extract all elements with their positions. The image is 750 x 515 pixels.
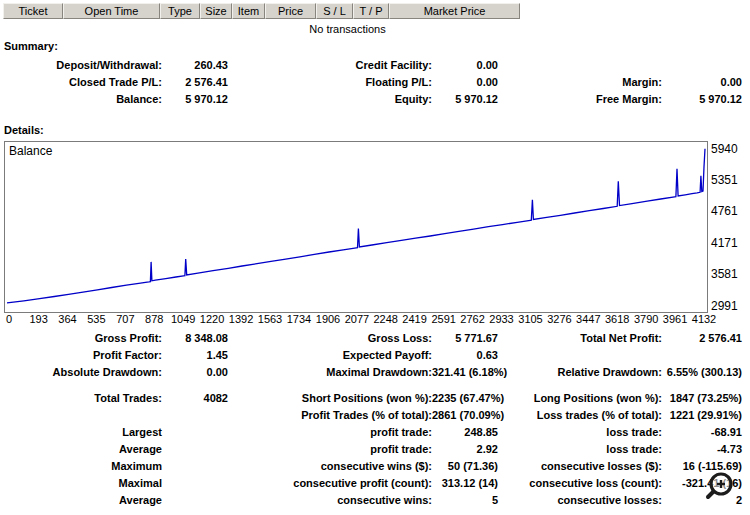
stats-value: -4.73 — [662, 441, 742, 458]
stats-value: 313.12 (14) — [432, 475, 498, 492]
summary-value: 260.43 — [162, 57, 228, 74]
summary-label — [498, 57, 662, 74]
summary-label: Margin: — [498, 74, 662, 91]
column-header-item: Item — [232, 3, 265, 19]
summary-section: Deposit/Withdrawal:260.43Credit Facility… — [0, 57, 742, 108]
chart-series-label: Balance — [9, 144, 52, 158]
x-tick-label: 1563 — [258, 313, 282, 325]
stats-value — [662, 347, 742, 364]
x-tick-label: 2762 — [460, 313, 484, 325]
stats-label: consecutive losses ($): — [498, 458, 662, 475]
stats-label: loss trade: — [498, 441, 662, 458]
stats-label: Maximal Drawdown: — [228, 364, 432, 381]
stats-value — [162, 441, 228, 458]
stats-value: 2.92 — [432, 441, 498, 458]
stats-value — [162, 492, 228, 509]
stats-row: Gross Profit:8 348.08Gross Loss:5 771.67… — [0, 330, 742, 347]
strategy-report-page: TicketOpen TimeTypeSizeItemPriceS / LT /… — [0, 0, 750, 515]
zoom-icon[interactable] — [703, 470, 737, 504]
stats-label: Loss trades (% of total): — [498, 407, 662, 424]
stats-label: Profit Factor: — [0, 347, 162, 364]
stats-label: loss trade: — [498, 424, 662, 441]
stats-value: 1847 (73.25%) — [662, 390, 742, 407]
summary-label: Deposit/Withdrawal: — [0, 57, 162, 74]
column-header-size: Size — [200, 3, 232, 19]
y-tick-label: 5351 — [711, 174, 738, 186]
x-tick-label: 3961 — [663, 313, 687, 325]
stats-value: 0.00 — [162, 364, 228, 381]
stats-row: Total Trades:4082Short Positions (won %)… — [0, 390, 742, 407]
stats-value: 0.63 — [432, 347, 498, 364]
stats-value: 6.55% (300.13) — [662, 364, 742, 381]
stats-row: Absolute Drawdown:0.00Maximal Drawdown:3… — [0, 364, 742, 381]
stats-label: Gross Profit: — [0, 330, 162, 347]
x-tick-label: 878 — [145, 313, 163, 325]
stats-value: 8 348.08 — [162, 330, 228, 347]
summary-value — [662, 57, 742, 74]
x-tick-label: 4132 — [692, 313, 716, 325]
stats-label: Short Positions (won %): — [228, 390, 432, 407]
column-header-open-time: Open Time — [63, 3, 160, 19]
summary-label: Free Margin: — [498, 91, 662, 108]
column-header-market-price: Market Price — [389, 3, 520, 19]
stats-label: Long Positions (won %): — [498, 390, 662, 407]
stats-label: Maximum — [0, 458, 162, 475]
stats-value: 248.85 — [432, 424, 498, 441]
summary-value: 2 576.41 — [162, 74, 228, 91]
summary-label: Closed Trade P/L: — [0, 74, 162, 91]
stats-value: 1.45 — [162, 347, 228, 364]
column-header-type: Type — [160, 3, 200, 19]
y-tick-label: 2991 — [711, 300, 738, 312]
no-transactions-text: No transactions — [0, 23, 695, 35]
stats-label: Average — [0, 441, 162, 458]
chart-y-axis: 594053514761417135812991 — [711, 141, 749, 313]
x-tick-label: 3618 — [605, 313, 629, 325]
stats-label: consecutive wins: — [228, 492, 432, 509]
stats-label: Absolute Drawdown: — [0, 364, 162, 381]
stats-value: 5 771.67 — [432, 330, 498, 347]
stats-row: Largestprofit trade:248.85loss trade:-68… — [0, 424, 742, 441]
stats-value: 2235 (67.47%) — [432, 390, 498, 407]
balance-chart: Balance — [4, 141, 708, 313]
stats-value: 2861 (70.09%) — [432, 407, 498, 424]
chart-x-axis: 0193364535707878104912201392156317341906… — [4, 313, 706, 327]
column-header-ticket: Ticket — [3, 3, 63, 19]
x-tick-label: 3790 — [634, 313, 658, 325]
stats-value: 1221 (29.91%) — [662, 407, 742, 424]
stats-label: consecutive wins ($): — [228, 458, 432, 475]
stats-row: Profit Trades (% of total):2861 (70.09%)… — [0, 407, 742, 424]
x-tick-label: 3447 — [576, 313, 600, 325]
stats-label: Maximal — [0, 475, 162, 492]
stats-value: -68.91 — [662, 424, 742, 441]
summary-label: Credit Facility: — [228, 57, 432, 74]
summary-heading: Summary: — [4, 40, 58, 52]
summary-label: Balance: — [0, 91, 162, 108]
stats-row: Maximumconsecutive wins ($):50 (71.36)co… — [0, 458, 742, 475]
transactions-table-header: TicketOpen TimeTypeSizeItemPriceS / LT /… — [3, 3, 520, 19]
summary-row: Deposit/Withdrawal:260.43Credit Facility… — [0, 57, 742, 74]
stats-row: Averageconsecutive wins:5consecutive los… — [0, 492, 742, 509]
column-header-t-p: T / P — [353, 3, 389, 19]
y-tick-label: 3581 — [711, 268, 738, 280]
stats-label — [498, 347, 662, 364]
x-tick-label: 1906 — [316, 313, 340, 325]
column-header-s-l: S / L — [316, 3, 353, 19]
stats-label: Profit Trades (% of total): — [228, 407, 432, 424]
stats-label: Total Trades: — [0, 390, 162, 407]
x-tick-label: 2591 — [431, 313, 455, 325]
summary-row: Balance:5 970.12Equity:5 970.12Free Marg… — [0, 91, 742, 108]
stats-value: 5 — [432, 492, 498, 509]
stats-value: 50 (71.36) — [432, 458, 498, 475]
stats-label: Gross Loss: — [228, 330, 432, 347]
balance-line — [7, 149, 705, 303]
x-tick-label: 2419 — [402, 313, 426, 325]
y-tick-label: 4761 — [711, 205, 738, 217]
x-tick-label: 1734 — [287, 313, 311, 325]
stats-value — [162, 458, 228, 475]
statistics-section: Gross Profit:8 348.08Gross Loss:5 771.67… — [0, 330, 742, 509]
stats-row: Profit Factor:1.45Expected Payoff:0.63 — [0, 347, 742, 364]
stats-label: Largest — [0, 424, 162, 441]
stats-label: profit trade: — [228, 424, 432, 441]
stats-label: consecutive loss (count): — [498, 475, 662, 492]
summary-value: 5 970.12 — [432, 91, 498, 108]
